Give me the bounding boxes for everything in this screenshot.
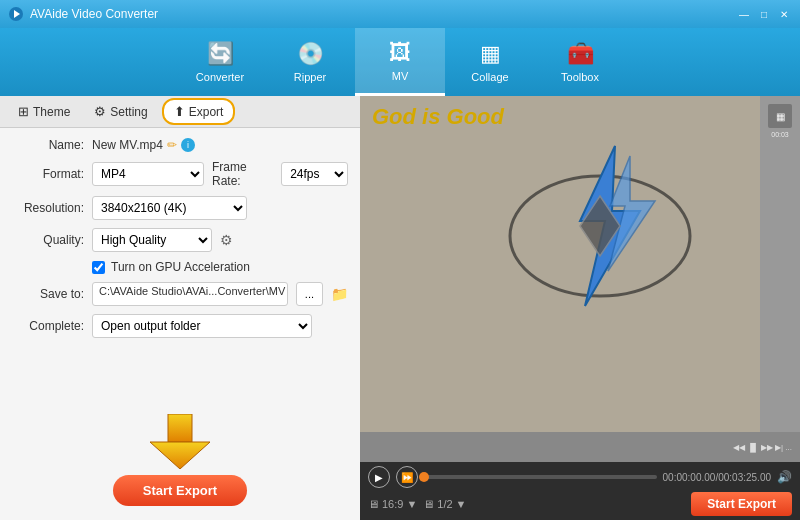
resolution-select[interactable]: 3840x2160 (4K)1920x1080 (FHD)	[92, 196, 247, 220]
video-canvas: ◀◀ ▐▌ ▶▶ ▶| ... ▦ 00:03	[360, 96, 800, 462]
app-icon	[8, 6, 24, 22]
aspect-ratio-btn[interactable]: 🖥 16:9 ▼	[368, 498, 417, 510]
start-export-left-btn[interactable]: Start Export	[113, 475, 247, 506]
gpu-accel-label: Turn on GPU Acceleration	[111, 260, 250, 274]
nav-collage[interactable]: ▦ Collage	[445, 28, 535, 96]
name-row: Name: New MV.mp4 ✏ i	[12, 138, 348, 152]
framerate-select[interactable]: 24fps30fps60fps	[281, 162, 348, 186]
complete-select[interactable]: Open output folderDo nothing	[92, 314, 312, 338]
aspect-controls: 🖥 16:9 ▼ 🖥 1/2 ▼	[368, 498, 467, 510]
nav-toolbox[interactable]: 🧰 Toolbox	[535, 28, 625, 96]
settings-form: Name: New MV.mp4 ✏ i Format: MP4AVIMOV F…	[0, 128, 360, 404]
export-arrow-icon: ⬆	[174, 104, 185, 119]
main-content: ⊞ Theme ⚙ Setting ⬆ Export Name: New MV.…	[0, 96, 800, 520]
down-arrow-icon	[150, 414, 210, 469]
maximize-btn[interactable]: □	[756, 6, 772, 22]
resolution-row: Resolution: 3840x2160 (4K)1920x1080 (FHD…	[12, 196, 348, 220]
open-folder-btn[interactable]: 📁	[331, 286, 348, 302]
aspect-chevron-icon: ▼	[406, 498, 417, 510]
play-button[interactable]: ▶	[368, 466, 390, 488]
right-panel: God is Good	[360, 96, 800, 520]
svg-rect-2	[168, 414, 192, 442]
window-controls: — □ ✕	[736, 6, 792, 22]
quality-gear-btn[interactable]: ⚙	[220, 232, 233, 248]
save-row: Save to: C:\AVAide Studio\AVAi...Convert…	[12, 282, 348, 306]
zoom-btn[interactable]: 🖥 1/2 ▼	[423, 498, 466, 510]
video-preview: God is Good	[360, 96, 800, 462]
time-display: 00:00:00.00/00:03:25.00	[663, 472, 771, 483]
minimize-btn[interactable]: —	[736, 6, 752, 22]
tab-setting[interactable]: ⚙ Setting	[84, 100, 157, 123]
controls-row2: 🖥 16:9 ▼ 🖥 1/2 ▼ Start Export	[368, 492, 792, 516]
tab-theme[interactable]: ⊞ Theme	[8, 100, 80, 123]
format-row: Format: MP4AVIMOV Frame Rate: 24fps30fps…	[12, 160, 348, 188]
titlebar: AVAide Video Converter — □ ✕	[0, 0, 800, 28]
tab-export[interactable]: ⬆ Export	[162, 98, 236, 125]
left-panel: ⊞ Theme ⚙ Setting ⬆ Export Name: New MV.…	[0, 96, 360, 520]
next-frame-btn[interactable]: ⏩	[396, 466, 418, 488]
ripper-icon: 💿	[297, 41, 324, 67]
quality-row: Quality: High QualityStandard ⚙	[12, 228, 348, 252]
framerate-container: Frame Rate: 24fps30fps60fps	[212, 160, 348, 188]
save-label: Save to:	[12, 287, 84, 301]
start-export-right-btn[interactable]: Start Export	[691, 492, 792, 516]
save-path-display: C:\AVAide Studio\AVAi...Converter\MV Exp…	[92, 282, 288, 306]
resolution-label: Resolution:	[12, 201, 84, 215]
video-controls: ▶ ⏩ 00:00:00.00/00:03:25.00 🔊 🖥 16:9 ▼	[360, 462, 800, 520]
screen-icon: 🖥	[368, 498, 379, 510]
gpu-accel-checkbox[interactable]	[92, 261, 105, 274]
collage-icon: ▦	[480, 41, 501, 67]
top-nav: 🔄 Converter 💿 Ripper 🖼 MV ▦ Collage 🧰 To…	[0, 28, 800, 96]
video-title-overlay: God is Good	[372, 104, 504, 130]
tab-bar: ⊞ Theme ⚙ Setting ⬆ Export	[0, 96, 360, 128]
app-title: AVAide Video Converter	[30, 7, 736, 21]
gpu-accel-row: Turn on GPU Acceleration	[12, 260, 348, 274]
progress-handle[interactable]	[419, 472, 429, 482]
theme-grid-icon: ⊞	[18, 104, 29, 119]
mv-icon: 🖼	[389, 40, 411, 66]
toolbox-icon: 🧰	[567, 41, 594, 67]
nav-converter[interactable]: 🔄 Converter	[175, 28, 265, 96]
export-area: Start Export	[0, 404, 360, 520]
browse-btn[interactable]: ...	[296, 282, 323, 306]
volume-btn[interactable]: 🔊	[777, 470, 792, 484]
nav-ripper[interactable]: 💿 Ripper	[265, 28, 355, 96]
converter-icon: 🔄	[207, 41, 234, 67]
nav-mv[interactable]: 🖼 MV	[355, 28, 445, 96]
setting-gear-icon: ⚙	[94, 104, 106, 119]
format-label: Format:	[12, 167, 84, 181]
close-btn[interactable]: ✕	[776, 6, 792, 22]
name-value: New MV.mp4	[92, 138, 163, 152]
framerate-label: Frame Rate:	[212, 160, 273, 188]
progress-row: ▶ ⏩ 00:00:00.00/00:03:25.00 🔊	[368, 466, 792, 488]
format-select[interactable]: MP4AVIMOV	[92, 162, 204, 186]
progress-bar[interactable]	[424, 475, 657, 479]
zoom-chevron-icon: ▼	[456, 498, 467, 510]
quality-select[interactable]: High QualityStandard	[92, 228, 212, 252]
quality-label: Quality:	[12, 233, 84, 247]
zoom-screen-icon: 🖥	[423, 498, 434, 510]
svg-marker-3	[150, 442, 210, 469]
complete-label: Complete:	[12, 319, 84, 333]
info-circle-icon[interactable]: i	[181, 138, 195, 152]
name-value-container: New MV.mp4 ✏ i	[92, 138, 195, 152]
lightning-graphic	[500, 126, 700, 326]
complete-row: Complete: Open output folderDo nothing	[12, 314, 348, 338]
name-label: Name:	[12, 138, 84, 152]
edit-pencil-icon[interactable]: ✏	[167, 138, 177, 152]
